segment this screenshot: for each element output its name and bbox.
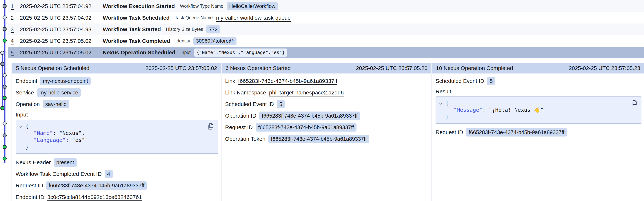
copy-icon[interactable] — [631, 100, 638, 107]
panel-title: 6 Nexus Operation Started — [226, 65, 291, 71]
field-label: Operation Token — [225, 136, 266, 142]
field-value-badge: 4 — [104, 170, 113, 178]
event-detail-panels: 5 Nexus Operation Scheduled2025-02-25 UT… — [12, 63, 644, 201]
detail-field: Request IDf665283f-743e-4374-b45b-9a61a8… — [225, 123, 428, 132]
json-text: { — [446, 100, 448, 106]
event-name: Workflow Task Completed — [103, 38, 170, 44]
event-attr-value-link[interactable]: my-caller-workflow-task-queue — [216, 15, 291, 21]
event-attr-value: {"Name":"Nexus","Language":"es"} — [194, 49, 288, 57]
event-attr-label: Task Queue Name — [175, 15, 213, 20]
copy-icon[interactable] — [208, 123, 214, 130]
event-id-text: 4 — [11, 38, 14, 44]
event-row[interactable]: 32025-02-25 UTC 23:57:04.93Workflow Task… — [8, 24, 644, 35]
event-id-text: 5 — [11, 49, 14, 56]
field-label: Service — [16, 89, 34, 96]
event-name: Workflow Execution Started — [103, 3, 175, 9]
timeline-dot-pale — [3, 122, 6, 125]
json-line: { — [436, 99, 628, 106]
json-line: } — [436, 113, 628, 120]
detail-field: Servicemy-hello-service — [16, 88, 218, 97]
panel-header: 10 Nexus Operation Completed2025-02-25 U… — [432, 63, 644, 74]
event-timestamp: 2025-02-25 UTC 23:57:05.02 — [20, 38, 103, 44]
json-key: "Name" — [34, 130, 53, 136]
event-id-text: 2 — [11, 15, 14, 21]
field-label: Request ID — [16, 182, 43, 189]
json-line: "Name": "Nexus", — [16, 129, 205, 136]
field-value-badge: f665283f-743e-4374-b45b-9a61a89337ff — [46, 181, 147, 190]
json-viewer: {"Name": "Nexus","Language": "es"} — [16, 120, 218, 154]
event-attr-value: HelloCallerWorkflow — [226, 2, 278, 10]
event-attr-value: 772 — [206, 25, 220, 34]
detail-field: Request IDf665283f-743e-4374-b45b-9a61a8… — [436, 128, 642, 136]
panel-header: 5 Nexus Operation Scheduled2025-02-25 UT… — [12, 63, 221, 74]
field-value-link[interactable]: f665283f-743e-4374-b45b-9a61a89337ff — [238, 78, 337, 84]
detail-field: Operation Tokenf665283f-743e-4374-b45b-9… — [225, 135, 428, 143]
field-value-link[interactable]: phil-target-namespace2.a2dd6 — [269, 89, 344, 96]
timeline-dot-green — [1, 106, 4, 110]
event-id-link[interactable]: 2 — [11, 15, 20, 21]
panel-header: 6 Nexus Operation Started2025-02-25 UTC … — [222, 63, 431, 74]
field-label: Link Namespace — [225, 89, 266, 96]
chevron-down-icon[interactable] — [438, 101, 443, 105]
panel-timestamp: 2025-02-25 UTC 23:57:05.23 — [569, 65, 640, 71]
event-name: Workflow Task Started — [103, 26, 161, 33]
detail-field: Linkf665283f-743e-4374-b45b-9a61a89337ff — [225, 77, 428, 85]
timeline-dot-gray — [3, 134, 6, 137]
panel-timestamp: 2025-02-25 UTC 23:57:05.20 — [356, 65, 428, 71]
timeline-dot-gray — [3, 85, 6, 89]
detail-field: Link Namespacephil-target-namespace2.a2d… — [225, 88, 428, 97]
event-timestamp: 2025-02-25 UTC 23:57:04.92 — [20, 15, 103, 21]
event-name: Nexus Operation Scheduled — [103, 49, 175, 56]
event-row[interactable]: 52025-02-25 UTC 23:57:05.02Nexus Operati… — [8, 47, 644, 58]
event-id-link[interactable]: 4 — [11, 38, 20, 44]
event-timestamp: 2025-02-25 UTC 23:57:04.92 — [20, 3, 103, 9]
json-line: "Language": "es" — [16, 136, 205, 143]
event-attr-value: 30960@totoro@ — [194, 37, 236, 45]
timeline-dot-green — [3, 96, 6, 100]
json-text: } — [446, 114, 448, 120]
event-attr-label: Workflow Type Name — [180, 4, 224, 9]
event-row[interactable]: 12025-02-25 UTC 23:57:04.92Workflow Exec… — [8, 0, 644, 12]
field-label: Operation ID — [225, 113, 256, 119]
event-row[interactable]: 22025-02-25 UTC 23:57:04.92Workflow Task… — [8, 12, 644, 24]
event-attr-label: Input — [180, 50, 191, 55]
detail-field: Scheduled Event ID5 — [436, 77, 642, 85]
timeline-dot-pale — [3, 74, 6, 77]
event-detail-panel: 6 Nexus Operation Started2025-02-25 UTC … — [221, 63, 432, 201]
json-text: { — [26, 123, 28, 129]
panel-body: Endpointmy-nexus-endpointServicemy-hello… — [12, 74, 221, 201]
field-label: Link — [225, 78, 235, 84]
panel-body: Linkf665283f-743e-4374-b45b-9a61a89337ff… — [222, 74, 432, 143]
panel-timestamp: 2025-02-25 UTC 23:57:05.02 — [146, 65, 217, 71]
detail-field: Operation IDf665283f-743e-4374-b45b-9a61… — [225, 112, 428, 120]
detail-field: Scheduled Event ID5 — [225, 100, 428, 108]
field-value-badge: 5 — [277, 100, 285, 108]
field-value-badge: say-hello — [43, 100, 69, 108]
field-label: Scheduled Event ID — [225, 101, 274, 107]
field-label: Endpoint — [16, 78, 37, 84]
event-row[interactable]: 42025-02-25 UTC 23:57:05.02Workflow Task… — [8, 35, 644, 47]
detail-field: Nexus Headerpresent — [16, 158, 218, 167]
event-history-list: 12025-02-25 UTC 23:57:04.92Workflow Exec… — [0, 0, 644, 58]
panel-title: 5 Nexus Operation Scheduled — [16, 65, 89, 71]
field-value-link[interactable]: 3c0c75ccfa8144b092c13ce632463761 — [47, 194, 142, 200]
json-text: : "Nexus", — [53, 130, 85, 136]
field-value-badge: f665283f-743e-4374-b45b-9a61a89337ff — [256, 123, 356, 132]
timeline-dot-green — [3, 145, 6, 149]
event-id-link[interactable]: 5 — [11, 49, 20, 56]
event-attr-label: History Size Bytes — [166, 27, 203, 32]
event-detail-panel: 10 Nexus Operation Completed2025-02-25 U… — [432, 63, 644, 201]
field-label: Result — [436, 88, 642, 95]
field-label: Input — [16, 112, 218, 118]
json-key: "Message" — [454, 107, 482, 113]
event-id-link[interactable]: 3 — [11, 26, 20, 33]
field-value-badge: my-hello-service — [37, 88, 81, 97]
panel-title: 10 Nexus Operation Completed — [436, 65, 513, 71]
json-viewer: {"Message": "¡Hola! Nexus 👋"} — [436, 96, 642, 124]
chevron-down-icon[interactable] — [18, 124, 23, 128]
field-label: Operation — [16, 101, 40, 107]
timeline-dot-green — [3, 157, 6, 160]
event-id-link[interactable]: 1 — [11, 3, 20, 9]
event-id-text: 1 — [11, 3, 14, 9]
event-timestamp: 2025-02-25 UTC 23:57:04.93 — [20, 26, 103, 33]
